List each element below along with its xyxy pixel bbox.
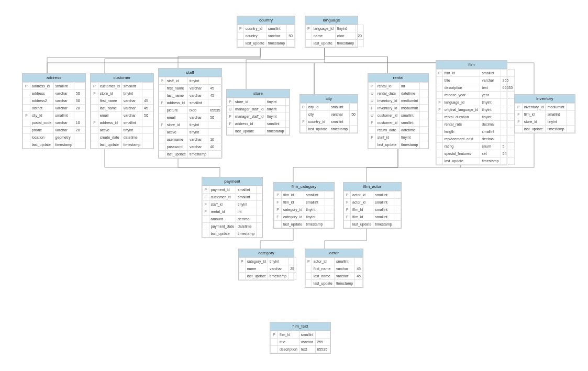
table-row: last_updatetimestamp (159, 151, 223, 158)
column-type: timestamp (53, 141, 74, 149)
key-flag (91, 97, 98, 105)
column-name: inventory_id (522, 104, 546, 111)
column-type: varchar (268, 265, 288, 273)
column-name: rental_rate (442, 121, 480, 128)
key-flag (301, 126, 307, 133)
key-flag: F (23, 112, 30, 119)
key-flag (274, 221, 282, 228)
table-row: last_updatetimestamp (344, 221, 401, 228)
entity-payment: paymentPpayment_idsmallintFcustomer_idsm… (202, 177, 263, 238)
column-name: store_id (522, 118, 546, 126)
column-name: last_update (245, 273, 268, 280)
column-name: description (442, 84, 480, 92)
column-size (257, 194, 262, 201)
column-type: timestamp (121, 141, 142, 149)
table-row: last_updatetimestamp (515, 126, 575, 133)
column-size (566, 111, 574, 118)
key-flag (91, 127, 98, 134)
table-row: Urental_datedatetime (369, 90, 428, 97)
column-name: country_id (306, 118, 329, 126)
table-row: usernamevarchar16 (159, 136, 223, 143)
column-name: email (98, 112, 121, 119)
column-type: timestamp (187, 151, 208, 158)
entity-title: city (300, 95, 358, 103)
column-type: smallint (329, 118, 349, 126)
key-flag: P (369, 83, 376, 90)
column-name: city_id (306, 104, 329, 111)
column-name: first_name (165, 85, 187, 92)
key-flag: F (369, 119, 376, 127)
key-flag (91, 112, 98, 119)
column-type: tinyint (335, 25, 356, 32)
column-name: address_id (165, 99, 187, 107)
column-size: 255 (501, 77, 514, 84)
entity-title: rental (368, 74, 428, 82)
entity-columns: Pactor_idsmallintfirst_namevarchar45last… (305, 257, 363, 287)
column-name: title (442, 77, 480, 84)
entity-columns: Pfilm_idsmallinttitlevarchar255descripti… (270, 331, 330, 353)
column-type: tinyint (265, 113, 286, 120)
table-row: Fcustomer_idsmallint (369, 119, 428, 127)
column-name: rental_duration (442, 114, 480, 121)
table-row: rental_ratedecimal (437, 121, 515, 128)
column-name: category_id (282, 206, 304, 213)
key-flag: F (203, 194, 209, 201)
column-name: description (278, 346, 299, 353)
entity-film-text: film_textPfilm_idsmallinttitlevarchar255… (270, 322, 331, 354)
key-flag: P (306, 25, 312, 32)
column-size (257, 208, 262, 216)
column-type: tinyint (304, 213, 325, 221)
column-type: varchar (121, 112, 142, 119)
table-row: Ffilm_idsmallint (515, 111, 575, 118)
entity-title: payment (202, 177, 262, 186)
column-size (74, 141, 85, 149)
table-row: last_namevarchar45 (306, 273, 363, 280)
column-type: timestamp (265, 128, 286, 135)
column-type: varchar (53, 90, 74, 97)
column-type: timestamp (266, 40, 286, 47)
table-row: cityvarchar50 (301, 111, 358, 118)
table-row: last_updatetimestamp (238, 40, 295, 47)
column-name: first_name (98, 97, 121, 105)
column-size (287, 40, 295, 47)
column-size (74, 134, 85, 141)
key-flag: F (369, 105, 376, 112)
column-type: tinyint (480, 114, 501, 121)
column-size (142, 83, 153, 90)
key-flag (23, 97, 30, 105)
column-size (501, 99, 514, 106)
column-size (420, 119, 428, 127)
column-type: smallint (373, 192, 394, 199)
column-size (420, 105, 428, 112)
column-name: staff_id (165, 77, 187, 85)
entity-columns: Planguage_idtinyintnamechar20last_update… (305, 25, 364, 47)
column-name: last_update (165, 151, 187, 158)
column-type: smallint (480, 128, 501, 136)
column-size (566, 104, 574, 111)
table-row: postal_codevarchar10 (23, 119, 85, 127)
column-size (394, 206, 401, 213)
table-row: Fcity_idsmallint (23, 112, 85, 119)
column-size (501, 136, 514, 143)
table-row: last_namevarchar45 (159, 92, 223, 99)
column-name: city (306, 111, 329, 118)
column-name: title (278, 339, 299, 346)
column-size (287, 25, 295, 32)
key-flag (306, 32, 312, 40)
column-type: varchar (121, 97, 142, 105)
column-size (420, 141, 428, 149)
column-size: 45 (208, 85, 222, 92)
column-type: tinyint (121, 127, 142, 134)
column-name: picture (165, 107, 187, 114)
column-type: text (299, 346, 315, 353)
table-row: Planguage_idtinyint (306, 25, 364, 32)
column-name: store_id (234, 98, 265, 106)
column-name: last_update (234, 128, 265, 135)
key-flag: P (159, 77, 165, 85)
column-size (74, 112, 85, 119)
key-flag: F (274, 199, 282, 206)
key-flag (306, 40, 312, 47)
column-type: smallint (121, 119, 142, 127)
key-flag: U (369, 97, 376, 105)
column-type: year (480, 92, 501, 99)
